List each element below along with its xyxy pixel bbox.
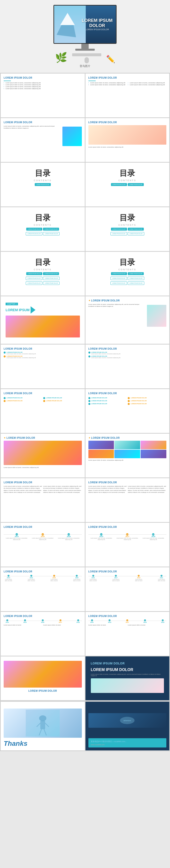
slide-25-year-2: 2015 — [22, 622, 29, 623]
slide-8-btn-4[interactable]: LOREM IPSUM DOLOR — [128, 232, 144, 236]
slide-6-chinese: 目录 CONTENTS LOREM IPSUM DOLOR LOREM IPSU… — [88, 165, 167, 188]
slide-26-dot-4 — [144, 619, 146, 621]
slide-9-btn-4[interactable]: LOREM IPSUM DOLOR — [43, 277, 59, 280]
slide-19: LOREM IPSUM DOLOR Lorem ipsum dolor sit … — [1, 478, 85, 522]
slide-17-image — [4, 441, 82, 465]
slide-24: LOREM IPSUM DOLOR 2015 Lorem ipsum dolor… — [85, 567, 170, 611]
slide-9-char: 目录 — [5, 257, 81, 268]
slide-15-cols: LOREM IPSUM DOLOR LOREM IPSUM DOLOR LORE… — [4, 396, 82, 403]
slide-23-desc-1: Lorem ipsum dolor sit amet — [4, 579, 13, 582]
slide-15-dot-3 — [43, 397, 45, 399]
slide-26-dot-3 — [126, 619, 128, 621]
slide-8-chinese: 目录 CONTENTS LOREM IPSUM DOLOR LOREM IPSU… — [88, 210, 167, 238]
slide-8-btn-1[interactable]: LOREM IPSUM DOLOR — [111, 228, 127, 230]
slide-10: 目录 CONTENTS LOREM IPSUM DOLOR LOREM IPSU… — [85, 252, 170, 296]
slide-28-content: LOREM IPSUM DOLOR LOREM IPSUM DOLOR Lore… — [88, 659, 167, 697]
slide-3-text: Lorem ipsum dolor sit amet, consectetur … — [4, 125, 61, 129]
slide-25-y3: 2016 — [39, 619, 46, 623]
slide-25-y2: 2015 — [22, 619, 29, 623]
thanks-right: adventure 更多精品PPT请访问我们—ruca999.com... ww… — [85, 702, 170, 750]
slide-1-title: LOREM IPSUM DOLOR — [4, 76, 82, 79]
slide-25-dot-5 — [77, 619, 79, 621]
slide-10-btn-6[interactable]: LOREM IPSUM DOLOR — [128, 281, 144, 285]
slide-11-image — [6, 315, 80, 337]
slide-24-desc-2: Lorem ipsum dolor sit amet — [111, 579, 121, 582]
slide-20-title: LOREM IPSUM DOLOR — [88, 481, 167, 484]
monitor-title: LOREM IPSUM DOLOR — [78, 18, 116, 28]
slide-26-title: LOREM IPSUM DOLOR — [88, 615, 167, 617]
slide-15-row-4: LOREM IPSUM DOLOR — [43, 400, 82, 402]
slide-7-btn-1[interactable]: LOREM IPSUM DOLOR — [26, 228, 42, 230]
slide-7-chinese: 目录 CONTENTS LOREM IPSUM DOLOR LOREM IPSU… — [4, 210, 82, 238]
slide-7-btn-2[interactable]: LOREM IPSUM DOLOR — [43, 228, 59, 230]
slide-25-years-row: 2014 2015 2016 2017 2018 — [4, 619, 82, 623]
slide-25-y1: 2014 — [4, 619, 11, 623]
slide-26-y2: 2016 — [106, 619, 113, 623]
slide-10-btn-5[interactable]: LOREM IPSUM DOLOR — [111, 281, 127, 285]
slide-28-image — [91, 678, 164, 693]
header-section: LOREM IPSUM DOLOR LOREM IPSUM DOLOR 🌿 ✏️… — [0, 0, 170, 73]
slide-14-desc-1: Lorem ipsum dolor sit amet, consectetur … — [91, 353, 167, 354]
slide-18: ✦ LOREM IPSUM DOLOR Lorem ipsum dolor si… — [85, 434, 170, 477]
slide-20-text-1: Lorem ipsum dolor sit amet, consectetur … — [88, 485, 127, 494]
slide-13: LOREM IPSUM DOLOR LOREM IPSUM DOLOR Lore… — [1, 344, 85, 389]
slide-24-dot-4 — [161, 575, 163, 577]
slide-6-btn-1[interactable]: LOREM IPSUM DOLOR — [111, 183, 127, 186]
slide-24-dot-2 — [115, 575, 117, 577]
slide-10-btn-1[interactable]: LOREM IPSUM DOLOR — [111, 272, 127, 275]
slide-15-label-4: LOREM IPSUM DOLOR — [46, 400, 62, 402]
slide-3-content: Lorem ipsum dolor sit amet, consectetur … — [4, 125, 82, 148]
slide-10-btn-3[interactable]: LOREM IPSUM DOLOR — [111, 277, 127, 280]
slide-24-title: LOREM IPSUM DOLOR — [88, 570, 167, 573]
slide-7-btn-row-1: LOREM IPSUM DOLOR LOREM IPSUM DOLOR — [5, 228, 81, 230]
slide-9-btn-3[interactable]: LOREM IPSUM DOLOR — [26, 277, 42, 280]
slide-19-text-1: Lorem ipsum dolor sit amet, consectetur … — [4, 485, 42, 494]
slide-10-btn-row-2: LOREM IPSUM DOLOR LOREM IPSUM DOLOR — [90, 277, 165, 280]
slide-18-title-text: LOREM IPSUM DOLOR — [91, 437, 120, 439]
slide-10-contents-label: CONTENTS — [90, 268, 165, 271]
slide-16-cols: LOREM IPSUM DOLOR LOREM IPSUM DOLOR LORE… — [88, 396, 167, 406]
slide-13-icon-row-1: LOREM IPSUM DOLOR Lorem ipsum dolor sit … — [4, 351, 82, 354]
slide-5-contents-label: CONTENTS — [5, 179, 81, 182]
slide-21-timeline: 2014 Lorem ipsum dolor sit amet, consect… — [4, 533, 82, 540]
slide-18-photo-5 — [114, 450, 140, 458]
slide-9-btn-1[interactable]: LOREM IPSUM DOLOR — [26, 272, 42, 275]
slide-5-btn-1[interactable]: LOREM IPSUM DOLOR — [35, 183, 51, 186]
slide-1-bullet-4: Lorem ipsum dolor sit amet, consectetur … — [4, 88, 82, 89]
slide-25-year-1: 2014 — [4, 622, 11, 623]
slide-28-text: Lorem ipsum dolor sit amet, consectetur … — [91, 674, 164, 676]
slide-9-btn-2[interactable]: LOREM IPSUM DOLOR — [43, 272, 59, 275]
slide-25-dot-3 — [42, 619, 44, 621]
monitor-screen: LOREM IPSUM DOLOR LOREM IPSUM DOLOR — [53, 5, 117, 44]
slide-9-btn-5[interactable]: LOREM IPSUM DOLOR — [26, 281, 42, 285]
slide-7-contents-label: CONTENTS — [5, 224, 81, 226]
slide-17-title-text: LOREM IPSUM DOLOR — [7, 437, 35, 439]
svg-point-5 — [39, 715, 46, 721]
slide-26-y1: 2015 — [88, 619, 96, 623]
slide-24-timeline: 2015 Lorem ipsum dolor sit amet 2017 Lor… — [88, 575, 167, 582]
slide-10-btn-4[interactable]: LOREM IPSUM DOLOR — [128, 277, 144, 280]
slide-21-y-3: 2018 — [56, 536, 82, 537]
slide-25-dot-1 — [6, 619, 8, 621]
slide-25-dot-4 — [59, 619, 61, 621]
slide-8-btn-row-1: LOREM IPSUM DOLOR LOREM IPSUM DOLOR — [90, 228, 165, 230]
slide-9-contents-label: CONTENTS — [5, 268, 81, 271]
slide-2-title: LOREM IPSUM DOLOR — [88, 76, 167, 79]
slide-10-chinese: 目录 CONTENTS LOREM IPSUM DOLOR LOREM IPSU… — [88, 255, 167, 287]
slide-26-timeline: 2015 2016 2017 2018 2019 — [88, 619, 167, 623]
slide-28-title: LOREM IPSUM DOLOR — [91, 662, 164, 665]
slide-7-btn-3[interactable]: LOREM IPSUM DOLOR — [26, 232, 42, 236]
slide-14-text-2: LOREM IPSUM DOLOR Lorem ipsum dolor sit … — [91, 355, 167, 359]
slide-9-btn-6[interactable]: LOREM IPSUM DOLOR — [43, 281, 59, 285]
slide-10-char: 目录 — [90, 257, 165, 268]
slide-27-title: LOREM IPSUM DOLOR — [4, 689, 82, 692]
slide-8-btn-2[interactable]: LOREM IPSUM DOLOR — [128, 228, 144, 230]
thanks-image — [4, 709, 82, 738]
slide-8-btn-3[interactable]: LOREM IPSUM DOLOR — [111, 232, 127, 236]
slide-18-photo-1 — [88, 441, 114, 449]
slide-7-btn-4[interactable]: LOREM IPSUM DOLOR — [43, 232, 59, 236]
slide-6-btn-2[interactable]: LOREM IPSUM DOLOR — [128, 183, 144, 186]
thanks-right-sub: www.ruca999.com — [91, 744, 164, 746]
slide-10-btn-2[interactable]: LOREM IPSUM DOLOR — [128, 272, 144, 275]
slide-18-photo-6 — [141, 450, 166, 458]
